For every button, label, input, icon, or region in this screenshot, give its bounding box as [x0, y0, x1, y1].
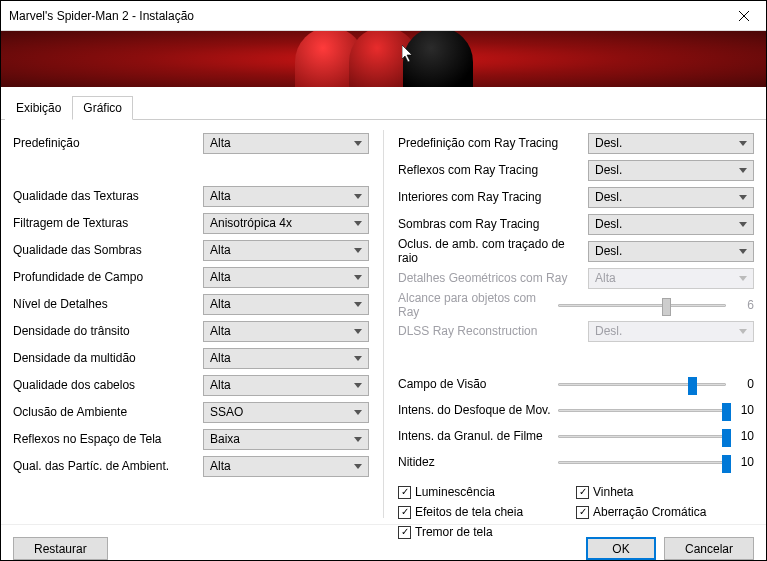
- restore-button[interactable]: Restaurar: [13, 537, 108, 560]
- ok-button[interactable]: OK: [586, 537, 656, 560]
- vignette-checkbox[interactable]: ✓Vinheta: [576, 483, 754, 501]
- ssr-label: Reflexos no Espaço de Tela: [13, 432, 203, 446]
- motion-blur-value: 10: [734, 403, 754, 417]
- rt-ao-select[interactable]: Desl.: [588, 241, 754, 262]
- crowd-label: Densidade da multidão: [13, 351, 203, 365]
- lod-label: Nível de Detalhes: [13, 297, 203, 311]
- fov-value: 0: [734, 377, 754, 391]
- traffic-select[interactable]: Alta: [203, 321, 369, 342]
- screen-shake-checkbox[interactable]: ✓Tremor de tela: [398, 523, 576, 541]
- rt-range-label: Alcance para objetos com Ray: [398, 291, 558, 319]
- rt-range-value: 6: [734, 298, 754, 312]
- rt-geo-label: Detalhes Geométricos com Ray: [398, 271, 588, 285]
- dlss-rr-label: DLSS Ray Reconstruction: [398, 324, 588, 338]
- chromatic-aberration-checkbox[interactable]: ✓Aberração Cromática: [576, 503, 754, 521]
- close-button[interactable]: [721, 1, 766, 31]
- checkbox-icon: ✓: [576, 506, 589, 519]
- checkbox-icon: ✓: [576, 486, 589, 499]
- slider-thumb[interactable]: [722, 403, 731, 421]
- fov-label: Campo de Visão: [398, 377, 558, 391]
- rt-geo-select: Alta: [588, 268, 754, 289]
- preset-select[interactable]: Alta: [203, 133, 369, 154]
- checkbox-icon: ✓: [398, 486, 411, 499]
- particles-select[interactable]: Alta: [203, 456, 369, 477]
- motion-blur-slider[interactable]: [558, 409, 726, 412]
- texture-quality-select[interactable]: Alta: [203, 186, 369, 207]
- fullscreen-fx-checkbox[interactable]: ✓Efeitos de tela cheia: [398, 503, 576, 521]
- sharpness-value: 10: [734, 455, 754, 469]
- crowd-select[interactable]: Alta: [203, 348, 369, 369]
- motion-blur-label: Intens. do Desfoque de Mov.: [398, 403, 558, 417]
- checkbox-icon: ✓: [398, 506, 411, 519]
- bloom-checkbox[interactable]: ✓Luminescência: [398, 483, 576, 501]
- tab-display[interactable]: Exibição: [5, 96, 72, 120]
- tab-graphics[interactable]: Gráfico: [72, 96, 133, 120]
- sharpness-slider[interactable]: [558, 461, 726, 464]
- slider-thumb: [662, 298, 671, 316]
- hair-label: Qualidade dos cabelos: [13, 378, 203, 392]
- slider-thumb[interactable]: [722, 429, 731, 447]
- film-grain-label: Intens. da Granul. de Filme: [398, 429, 558, 443]
- checkbox-icon: ✓: [398, 526, 411, 539]
- dof-select[interactable]: Alta: [203, 267, 369, 288]
- hero-character: [403, 31, 473, 87]
- ssr-select[interactable]: Baixa: [203, 429, 369, 450]
- lod-select[interactable]: Alta: [203, 294, 369, 315]
- dlss-rr-select: Desl.: [588, 321, 754, 342]
- rt-interiors-select[interactable]: Desl.: [588, 187, 754, 208]
- fov-slider[interactable]: [558, 383, 726, 386]
- rt-preset-select[interactable]: Desl.: [588, 133, 754, 154]
- close-icon: [739, 11, 749, 21]
- rt-reflections-select[interactable]: Desl.: [588, 160, 754, 181]
- rt-ao-label: Oclus. de amb. com traçado de raio: [398, 237, 588, 265]
- rt-shadows-label: Sombras com Ray Tracing: [398, 217, 588, 231]
- rt-range-slider: [558, 304, 726, 307]
- hero-banner: [1, 31, 766, 87]
- right-column: Predefinição com Ray TracingDesl. Reflex…: [384, 130, 754, 518]
- rt-shadows-select[interactable]: Desl.: [588, 214, 754, 235]
- content: PredefiniçãoAlta Qualidade das TexturasA…: [1, 120, 766, 524]
- shadow-quality-select[interactable]: Alta: [203, 240, 369, 261]
- slider-thumb[interactable]: [688, 377, 697, 395]
- dof-label: Profundidade de Campo: [13, 270, 203, 284]
- sharpness-label: Nitidez: [398, 455, 558, 469]
- hair-select[interactable]: Alta: [203, 375, 369, 396]
- shadow-quality-label: Qualidade das Sombras: [13, 243, 203, 257]
- film-grain-value: 10: [734, 429, 754, 443]
- titlebar: Marvel's Spider-Man 2 - Instalação: [1, 1, 766, 31]
- rt-interiors-label: Interiores com Ray Tracing: [398, 190, 588, 204]
- texture-quality-label: Qualidade das Texturas: [13, 189, 203, 203]
- preset-label: Predefinição: [13, 136, 203, 150]
- particles-label: Qual. das Partíc. de Ambient.: [13, 459, 203, 473]
- window-title: Marvel's Spider-Man 2 - Instalação: [9, 9, 721, 23]
- ao-select[interactable]: SSAO: [203, 402, 369, 423]
- texture-filter-label: Filtragem de Texturas: [13, 216, 203, 230]
- film-grain-slider[interactable]: [558, 435, 726, 438]
- texture-filter-select[interactable]: Anisotrópica 4x: [203, 213, 369, 234]
- rt-preset-label: Predefinição com Ray Tracing: [398, 136, 588, 150]
- tab-bar: Exibição Gráfico: [1, 87, 766, 120]
- cancel-button[interactable]: Cancelar: [664, 537, 754, 560]
- slider-thumb[interactable]: [722, 455, 731, 473]
- left-column: PredefiniçãoAlta Qualidade das TexturasA…: [13, 130, 384, 518]
- ao-label: Oclusão de Ambiente: [13, 405, 203, 419]
- traffic-label: Densidade do trânsito: [13, 324, 203, 338]
- rt-reflections-label: Reflexos com Ray Tracing: [398, 163, 588, 177]
